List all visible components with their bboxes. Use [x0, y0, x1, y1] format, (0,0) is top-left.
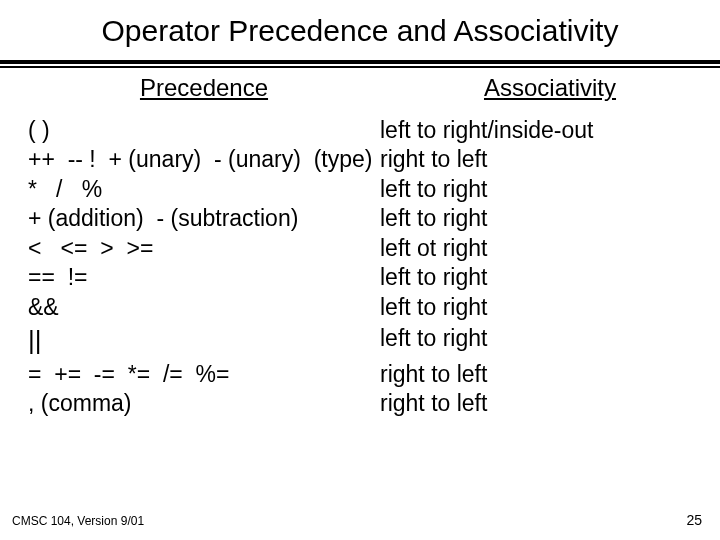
- precedence-cell: &&: [0, 293, 380, 322]
- column-headers: Precedence Associativity: [0, 68, 720, 116]
- footer-course: CMSC 104, Version 9/01: [12, 514, 144, 528]
- precedence-cell: , (comma): [0, 389, 380, 418]
- associativity-cell: left to right: [380, 175, 487, 204]
- precedence-cell: = += -= *= /= %=: [0, 360, 380, 389]
- precedence-cell: ||: [0, 322, 380, 360]
- table-row: < <= > >=left ot right: [0, 234, 720, 263]
- precedence-table: ( )left to right/inside-out++ -- ! + (un…: [0, 116, 720, 419]
- associativity-cell: left to right/inside-out: [380, 116, 594, 145]
- header-precedence: Precedence: [28, 74, 380, 102]
- associativity-cell: left to right: [380, 293, 487, 322]
- table-row: , (comma)right to left: [0, 389, 720, 418]
- precedence-cell: ( ): [0, 116, 380, 145]
- associativity-cell: left to right: [380, 322, 487, 360]
- table-row: + (addition) - (subtraction)left to righ…: [0, 204, 720, 233]
- table-row: * / %left to right: [0, 175, 720, 204]
- precedence-cell: == !=: [0, 263, 380, 292]
- table-row: == !=left to right: [0, 263, 720, 292]
- associativity-cell: right to left: [380, 145, 487, 174]
- header-associativity: Associativity: [380, 74, 720, 102]
- footer-page-number: 25: [686, 512, 702, 528]
- table-row: ||left to right: [0, 322, 720, 360]
- precedence-cell: * / %: [0, 175, 380, 204]
- table-row: ++ -- ! + (unary) - (unary) (type)right …: [0, 145, 720, 174]
- table-row: = += -= *= /= %=right to left: [0, 360, 720, 389]
- precedence-cell: + (addition) - (subtraction): [0, 204, 380, 233]
- associativity-cell: left to right: [380, 204, 487, 233]
- associativity-cell: right to left: [380, 389, 487, 418]
- associativity-cell: right to left: [380, 360, 487, 389]
- slide-title: Operator Precedence and Associativity: [0, 0, 720, 60]
- precedence-cell: ++ -- ! + (unary) - (unary) (type): [0, 145, 380, 174]
- precedence-cell: < <= > >=: [0, 234, 380, 263]
- divider-top: [0, 60, 720, 64]
- table-row: ( )left to right/inside-out: [0, 116, 720, 145]
- associativity-cell: left to right: [380, 263, 487, 292]
- table-row: &&left to right: [0, 293, 720, 322]
- associativity-cell: left ot right: [380, 234, 487, 263]
